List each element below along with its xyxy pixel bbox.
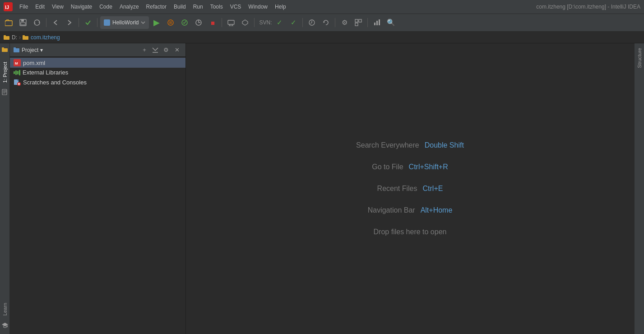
history-button[interactable] bbox=[306, 16, 318, 29]
save-button[interactable] bbox=[17, 16, 29, 29]
run-button[interactable]: ▶ bbox=[150, 16, 163, 29]
pom-xml-icon: M bbox=[14, 59, 21, 66]
drop-files-text: Drop files here to open bbox=[374, 228, 447, 236]
svg-rect-20 bbox=[4, 36, 9, 40]
run-dashboard-button[interactable] bbox=[371, 16, 383, 29]
graduation-cap-icon bbox=[0, 320, 9, 331]
settings-button[interactable]: ⚙ bbox=[338, 16, 351, 29]
sidebar-gear-button[interactable]: ⚙ bbox=[161, 45, 171, 55]
coverage-button[interactable] bbox=[178, 16, 191, 29]
tab-structure[interactable]: Structure bbox=[635, 43, 644, 73]
svg-rect-25 bbox=[2, 47, 4, 49]
menu-file[interactable]: File bbox=[16, 3, 31, 11]
toolbar-sep-3 bbox=[97, 18, 97, 27]
build-button[interactable] bbox=[239, 16, 251, 29]
sidebar-expand-icon: ▾ bbox=[40, 47, 43, 53]
menu-run[interactable]: Run bbox=[190, 3, 206, 11]
run-config-icon bbox=[104, 19, 110, 26]
toolbar-sep-8 bbox=[367, 18, 368, 27]
svg-rect-14 bbox=[355, 19, 358, 22]
project-panel-icon bbox=[14, 47, 20, 53]
folder-project-icon bbox=[23, 35, 29, 40]
svn-check-button[interactable]: ✓ bbox=[273, 16, 286, 29]
sidebar-actions: + ⚙ ✕ bbox=[139, 45, 182, 55]
stop-button[interactable]: ■ bbox=[206, 16, 219, 29]
sidebar-collapse-button[interactable] bbox=[150, 45, 160, 55]
sidebar-item-learn[interactable]: Learn bbox=[1, 299, 9, 319]
scratches-label: Scratches and Consoles bbox=[23, 79, 87, 86]
svg-rect-23 bbox=[23, 35, 25, 37]
svg-rect-4 bbox=[21, 19, 24, 22]
forward-button[interactable] bbox=[63, 16, 76, 29]
menu-refactor[interactable]: Refactor bbox=[143, 3, 170, 11]
svg-rect-22 bbox=[23, 36, 28, 40]
breadcrumb-drive: D: bbox=[12, 34, 17, 41]
profile-button[interactable] bbox=[192, 16, 205, 29]
sidebar-close-button[interactable]: ✕ bbox=[172, 45, 182, 55]
toolbar: HelloWorld ▶ ■ SVN: ✓ ✓ ⚙ bbox=[0, 14, 644, 32]
debug-button[interactable] bbox=[164, 16, 177, 29]
hint-search-everywhere: Search Everywhere Double Shift bbox=[356, 141, 464, 149]
toolbar-sep-7 bbox=[335, 18, 335, 27]
search-everywhere-button[interactable]: 🔍 bbox=[385, 16, 397, 29]
menu-edit[interactable]: Edit bbox=[32, 3, 48, 11]
menu-vcs[interactable]: VCS bbox=[227, 3, 245, 11]
app-logo: IJ bbox=[4, 2, 13, 11]
menu-window[interactable]: Window bbox=[245, 3, 271, 11]
menu-help[interactable]: Help bbox=[272, 3, 289, 11]
pom-label: pom.xml bbox=[23, 60, 45, 66]
menu-code[interactable]: Code bbox=[96, 3, 116, 11]
left-tab-file-icon[interactable] bbox=[1, 87, 9, 98]
svg-marker-13 bbox=[324, 21, 325, 23]
window-title: com.itzheng [D:\com.itzheng] - IntelliJ … bbox=[536, 4, 640, 10]
rollback-button[interactable] bbox=[320, 16, 332, 29]
left-tab-folder-icon[interactable] bbox=[1, 45, 9, 56]
editor-area: Search Everywhere Double Shift Go to Fil… bbox=[186, 43, 634, 334]
menu-build[interactable]: Build bbox=[171, 3, 189, 11]
device-manager-button[interactable] bbox=[225, 16, 237, 29]
ext-libs-label: External Libraries bbox=[23, 69, 68, 76]
ext-lib-icon bbox=[14, 70, 20, 75]
menu-analyze[interactable]: Analyze bbox=[116, 3, 142, 11]
project-structure-button[interactable] bbox=[352, 16, 365, 29]
toolbar-sep-5 bbox=[254, 18, 255, 27]
back-button[interactable] bbox=[49, 16, 62, 29]
svg-rect-28 bbox=[14, 48, 19, 52]
svn-commit-button[interactable]: ✓ bbox=[287, 16, 300, 29]
svg-rect-19 bbox=[379, 19, 380, 25]
toolbar-sep-6 bbox=[302, 18, 303, 27]
run-config-label: HelloWorld bbox=[112, 19, 139, 26]
tree-item-scratches[interactable]: Scratches and Consoles bbox=[10, 77, 185, 87]
open-file-button[interactable] bbox=[3, 16, 15, 29]
vcs-update-button[interactable] bbox=[82, 16, 94, 29]
svg-text:IJ: IJ bbox=[5, 5, 9, 10]
menu-view[interactable]: View bbox=[49, 3, 67, 11]
tree-item-ext-libs[interactable]: External Libraries bbox=[10, 68, 185, 77]
sidebar-add-button[interactable]: + bbox=[139, 45, 149, 55]
svg-text:M: M bbox=[15, 61, 18, 65]
menu-navigate[interactable]: Navigate bbox=[68, 3, 95, 11]
tree-item-pom[interactable]: M pom.xml bbox=[10, 58, 185, 68]
project-panel-title[interactable]: Project ▾ bbox=[14, 47, 43, 53]
svg-rect-18 bbox=[376, 21, 378, 25]
right-tab-panel: Structure bbox=[634, 43, 644, 334]
chevron-down-icon bbox=[141, 21, 145, 24]
menu-bar: IJ File Edit View Navigate Code Analyze … bbox=[0, 0, 644, 14]
sidebar-panel: Project ▾ + ⚙ ✕ M pom.xml bbox=[10, 43, 186, 334]
svg-rect-11 bbox=[228, 20, 234, 24]
svg-rect-15 bbox=[359, 19, 361, 22]
svg-rect-2 bbox=[5, 21, 12, 26]
breadcrumb-bar: D: › com.itzheng bbox=[0, 32, 644, 43]
hint-navigation-bar: Navigation Bar Alt+Home bbox=[368, 206, 453, 214]
left-tab-panel: 1: Project Learn bbox=[0, 43, 10, 334]
sidebar-header: Project ▾ + ⚙ ✕ bbox=[10, 43, 185, 57]
sync-button[interactable] bbox=[31, 16, 43, 29]
svg-rect-5 bbox=[21, 23, 25, 25]
svg-rect-17 bbox=[374, 23, 375, 25]
run-config-dropdown[interactable]: HelloWorld bbox=[100, 16, 149, 29]
breadcrumb-project[interactable]: com.itzheng bbox=[31, 34, 60, 41]
svg-rect-24 bbox=[2, 48, 8, 52]
sidebar-panel-label: Project bbox=[22, 47, 38, 53]
sidebar-item-project[interactable]: 1: Project bbox=[1, 58, 9, 86]
menu-tools[interactable]: Tools bbox=[207, 3, 226, 11]
